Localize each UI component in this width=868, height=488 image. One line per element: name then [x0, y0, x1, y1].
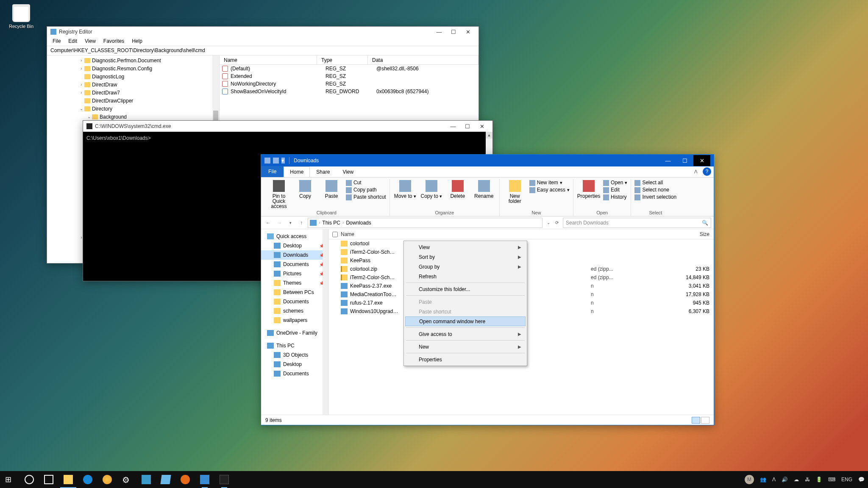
battery-icon[interactable]: 🔋: [816, 477, 822, 482]
minimize-button[interactable]: —: [659, 155, 676, 166]
rename-button[interactable]: Rename: [472, 179, 496, 199]
tree-item[interactable]: ›Diagnostic.Perfmon.Document: [47, 56, 219, 64]
tree-item[interactable]: ⌄Background: [47, 113, 219, 121]
nav-recent-button[interactable]: ▾: [286, 218, 295, 227]
action-center-icon[interactable]: 💬: [858, 477, 865, 482]
minimize-button[interactable]: —: [432, 27, 446, 36]
taskbar-settings[interactable]: ⚙: [117, 471, 136, 488]
regedit-address-bar[interactable]: Computer\HKEY_CLASSES_ROOT\Directory\Bac…: [47, 46, 479, 55]
task-view-button[interactable]: [39, 471, 58, 488]
paste-shortcut-button[interactable]: Paste shortcut: [346, 194, 386, 201]
close-button[interactable]: ✕: [475, 122, 489, 131]
select-none-button[interactable]: Select none: [634, 186, 676, 194]
explorer-titlebar[interactable]: ▾ Downloads — ☐ ✕: [261, 155, 714, 166]
tree-item[interactable]: DirectDrawClipper: [47, 97, 219, 105]
paste-button[interactable]: Paste: [320, 179, 343, 199]
ribbon-collapse-icon[interactable]: ᐱ: [694, 169, 698, 175]
ctx-sort-by[interactable]: Sort by▶: [405, 252, 526, 262]
select-all-checkbox[interactable]: [332, 232, 338, 237]
tree-item[interactable]: DiagnosticLog: [47, 72, 219, 80]
nav-downloads[interactable]: Downloads📌: [261, 250, 328, 260]
move-to-button[interactable]: Move to ▾: [393, 179, 417, 199]
taskbar-firefox[interactable]: [175, 471, 195, 488]
taskbar-app[interactable]: [195, 471, 214, 488]
tab-home[interactable]: Home: [284, 166, 310, 177]
nav-back-button[interactable]: ←: [264, 218, 273, 227]
tree-item[interactable]: ›DirectDraw: [47, 80, 219, 89]
tab-view[interactable]: View: [336, 166, 360, 177]
nav-documents2[interactable]: Documents: [261, 297, 328, 306]
maximize-button[interactable]: ☐: [676, 155, 693, 166]
taskbar-photos[interactable]: [136, 471, 156, 488]
cortana-button[interactable]: [19, 471, 39, 488]
edit-button[interactable]: Edit: [603, 186, 627, 194]
qat-icon[interactable]: [273, 158, 279, 164]
menu-favorites[interactable]: Favorites: [100, 37, 128, 46]
nav-forward-button[interactable]: →: [275, 218, 284, 227]
nav-between-pcs[interactable]: Between PCs: [261, 288, 328, 297]
nav-desktop2[interactable]: Desktop: [261, 360, 328, 369]
close-button[interactable]: ✕: [461, 27, 475, 36]
tab-share[interactable]: Share: [310, 166, 336, 177]
taskbar-sticky-notes[interactable]: [156, 471, 175, 488]
tab-file[interactable]: File: [261, 166, 284, 177]
col-data[interactable]: Data: [368, 55, 479, 64]
cut-button[interactable]: Cut: [346, 179, 386, 186]
nav-onedrive[interactable]: OneDrive - Family: [261, 328, 328, 338]
nav-thispc[interactable]: This PC: [261, 341, 328, 350]
menu-edit[interactable]: Edit: [64, 37, 81, 46]
registry-value-row[interactable]: ShowBasedOnVelocityIdREG_DWORD0x00639bc8…: [220, 88, 479, 95]
tree-item[interactable]: ›Diagnostic.Resmon.Config: [47, 64, 219, 72]
ctx-new[interactable]: New▶: [405, 342, 526, 352]
ctx-view[interactable]: View▶: [405, 242, 526, 252]
user-avatar[interactable]: M: [745, 475, 754, 484]
ctx-give-access-to[interactable]: Give access to▶: [405, 329, 526, 339]
qat-chevron-icon[interactable]: ▾: [281, 158, 285, 164]
invert-selection-button[interactable]: Invert selection: [634, 194, 676, 201]
onedrive-tray-icon[interactable]: ☁: [794, 477, 799, 482]
help-icon[interactable]: ?: [703, 167, 711, 176]
start-button[interactable]: ⊞: [0, 471, 19, 488]
col-size[interactable]: Size: [676, 231, 714, 237]
taskbar-cmd[interactable]: [214, 471, 234, 488]
easy-access-button[interactable]: Easy access ▾: [529, 186, 570, 194]
maximize-button[interactable]: ☐: [460, 122, 475, 131]
ctx-group-by[interactable]: Group by▶: [405, 262, 526, 272]
properties-button[interactable]: Properties: [577, 179, 601, 199]
copy-button[interactable]: Copy: [293, 179, 317, 199]
maximize-button[interactable]: ☐: [446, 27, 461, 36]
navpane-scrollbar[interactable]: [323, 229, 328, 415]
copy-path-button[interactable]: Copy path: [346, 186, 386, 194]
crumb-thispc[interactable]: This PC: [322, 220, 340, 226]
nav-desktop[interactable]: Desktop📌: [261, 241, 328, 250]
pin-quick-access-button[interactable]: Pin to Quick access: [267, 179, 291, 209]
breadcrumb[interactable]: › This PC › Downloads: [308, 218, 542, 228]
registry-value-row[interactable]: (Default)REG_SZ@shell32.dll,-8506: [220, 65, 479, 72]
qat-icon[interactable]: [264, 158, 270, 164]
menu-file[interactable]: File: [49, 37, 64, 46]
col-type[interactable]: Type: [317, 55, 368, 64]
minimize-button[interactable]: —: [446, 122, 460, 131]
close-button[interactable]: ✕: [693, 155, 710, 166]
nav-wallpapers[interactable]: wallpapers: [261, 316, 328, 325]
search-input[interactable]: Search Downloads 🔍: [563, 218, 711, 228]
view-details-button[interactable]: [692, 417, 700, 424]
delete-button[interactable]: Delete: [446, 179, 470, 199]
nav-up-button[interactable]: ↑: [297, 218, 306, 227]
taskbar-explorer[interactable]: [58, 471, 78, 488]
view-icons-button[interactable]: [701, 417, 709, 424]
menu-help[interactable]: Help: [128, 37, 146, 46]
recycle-bin[interactable]: Recycle Bin: [6, 4, 36, 29]
cmd-titlebar[interactable]: C:\WINDOWS\system32\cmd.exe — ☐ ✕: [83, 121, 492, 132]
nav-documents3[interactable]: Documents: [261, 369, 328, 378]
nav-pictures[interactable]: Pictures📌: [261, 269, 328, 278]
registry-value-row[interactable]: ExtendedREG_SZ: [220, 72, 479, 80]
nav-quick-access[interactable]: Quick access: [261, 232, 328, 241]
regedit-titlebar[interactable]: Registry Editor — ☐ ✕: [47, 27, 479, 37]
nav-schemes[interactable]: schemes: [261, 306, 328, 316]
new-item-button[interactable]: New item ▾: [529, 179, 570, 186]
ctx-properties[interactable]: Properties: [405, 355, 526, 364]
crumb-downloads[interactable]: Downloads: [346, 220, 371, 226]
taskbar-edge[interactable]: [78, 471, 97, 488]
nav-documents[interactable]: Documents📌: [261, 260, 328, 269]
